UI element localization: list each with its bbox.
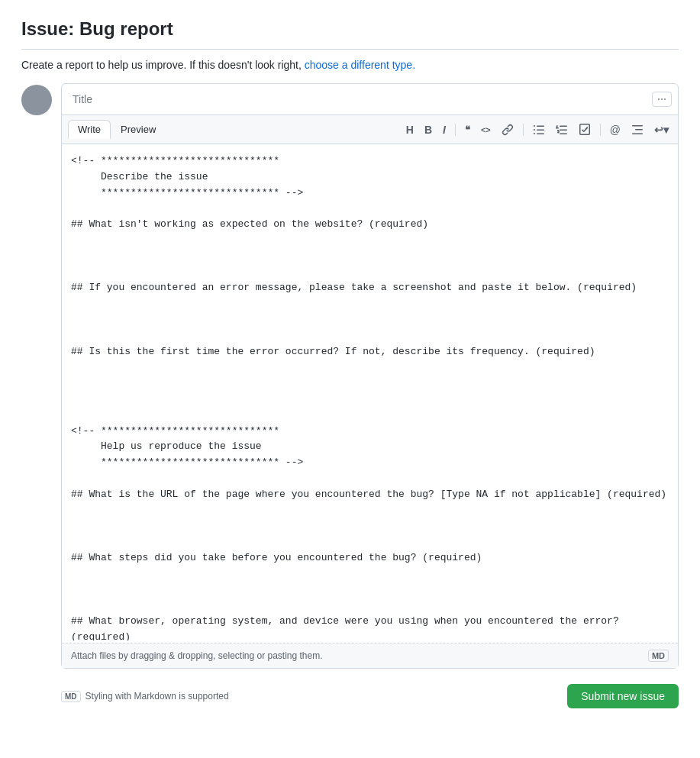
ordered-list-icon[interactable] [553, 122, 571, 137]
subtitle: Create a report to help us improve. If t… [21, 59, 679, 71]
mention-icon[interactable]: @ [607, 122, 624, 137]
tab-preview[interactable]: Preview [111, 120, 166, 139]
subtitle-text: Create a report to help us improve. If t… [21, 59, 305, 71]
italic-icon[interactable]: I [440, 122, 449, 137]
toolbar-divider-1 [455, 124, 456, 136]
markdown-note: MD Styling with Markdown is supported [61, 691, 229, 702]
attach-files-text: Attach files by dragging & dropping, sel… [71, 650, 323, 661]
issue-form: ⋯ Write Preview H B I ❝ <> [21, 83, 679, 669]
page-container: Issue: Bug report Create a report to hel… [0, 0, 700, 733]
submit-new-issue-button[interactable]: Submit new issue [567, 684, 679, 708]
unordered-list-icon[interactable] [530, 122, 548, 137]
page-title: Issue: Bug report [21, 18, 679, 50]
tabs-left: Write Preview [68, 120, 166, 139]
quote-icon[interactable]: ❝ [462, 122, 473, 137]
task-list-icon[interactable] [576, 122, 594, 137]
title-input[interactable] [68, 90, 652, 108]
title-options-icon: ⋯ [657, 94, 666, 105]
toolbar-divider-3 [600, 124, 601, 136]
editor-textarea[interactable]: <!-- ****************************** Desc… [62, 144, 678, 640]
avatar [21, 85, 52, 115]
attach-md-badge: MD [648, 650, 669, 662]
undo-icon[interactable]: ↩▾ [651, 122, 672, 137]
editor-area: <!-- ****************************** Desc… [62, 144, 678, 643]
title-input-wrapper: ⋯ [62, 84, 678, 115]
tab-write[interactable]: Write [68, 120, 111, 139]
editor-tabs-toolbar: Write Preview H B I ❝ <> [62, 115, 678, 144]
toolbar-right: H B I ❝ <> [403, 122, 672, 137]
markdown-icon: MD [61, 691, 81, 702]
reference-icon[interactable] [628, 122, 647, 137]
code-icon[interactable]: <> [478, 124, 494, 136]
toolbar-divider-2 [523, 124, 524, 136]
markdown-note-text: Styling with Markdown is supported [85, 691, 229, 702]
bold-icon[interactable]: B [421, 122, 435, 137]
link-icon[interactable] [498, 122, 517, 137]
heading-icon[interactable]: H [403, 122, 417, 137]
title-options-button[interactable]: ⋯ [652, 92, 672, 107]
attach-files-area: Attach files by dragging & dropping, sel… [62, 643, 678, 668]
choose-different-type-link[interactable]: choose a different type. [305, 59, 415, 71]
form-body: ⋯ Write Preview H B I ❝ <> [61, 83, 679, 669]
form-footer: MD Styling with Markdown is supported Su… [21, 678, 679, 714]
